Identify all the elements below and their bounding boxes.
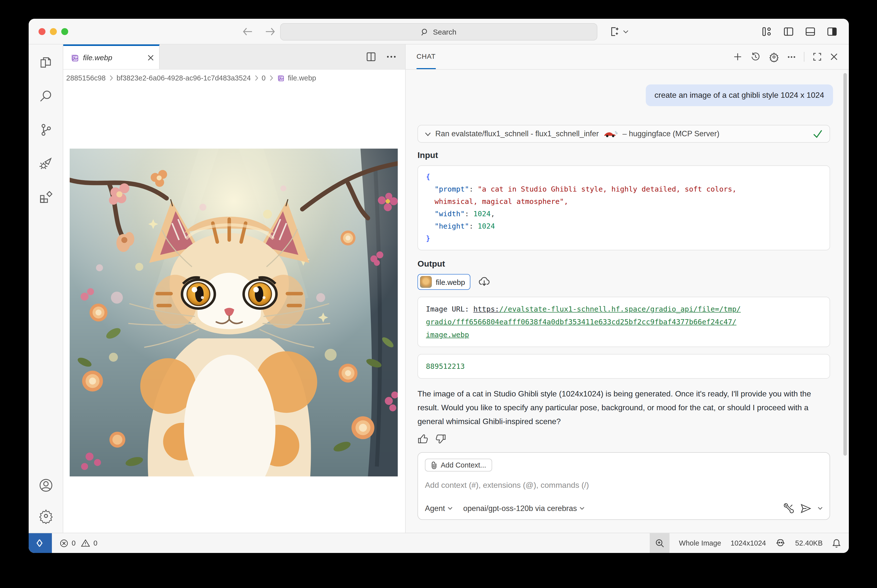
back-arrow-icon[interactable] — [242, 27, 253, 36]
thumbs-down-icon[interactable] — [435, 434, 446, 444]
chevron-down-icon[interactable] — [425, 132, 431, 136]
toggle-secondary-sidebar-icon[interactable] — [826, 26, 838, 37]
vscode-window: Search — [29, 19, 849, 553]
window-controls — [39, 28, 68, 35]
user-message-bubble: create an image of a cat ghibli style 10… — [645, 84, 833, 106]
forward-arrow-icon[interactable] — [265, 27, 276, 36]
racing-car-emoji-icon — [603, 130, 618, 138]
tab-label: file.webp — [83, 53, 112, 62]
search-icon — [421, 28, 429, 36]
account-icon[interactable] — [38, 477, 54, 493]
file-thumbnail — [420, 276, 432, 288]
maximize-panel-icon[interactable] — [813, 52, 822, 61]
image-dimensions-status[interactable]: 1024x1024 — [731, 539, 766, 547]
chat-panel: CHAT create an image of a cat ghibli sty… — [406, 44, 849, 533]
close-panel-icon[interactable] — [830, 53, 838, 61]
code-token — [426, 185, 435, 193]
code-token — [426, 222, 435, 230]
customize-layout-icon[interactable] — [761, 26, 773, 37]
tab-strip: file.webp — [63, 44, 405, 70]
run-debug-icon[interactable] — [38, 156, 53, 171]
breadcrumb-folder[interactable]: 2885156c98 — [66, 74, 106, 82]
close-tab-icon[interactable] — [147, 54, 154, 61]
breadcrumb-file[interactable]: file.webp — [288, 74, 316, 82]
copilot-status-icon[interactable] — [775, 538, 786, 548]
zoom-in-button[interactable] — [650, 533, 669, 553]
add-context-button[interactable]: Add Context... — [425, 459, 492, 471]
code-token: : — [465, 210, 473, 218]
breadcrumb: 2885156c98 bf3823e2-6a06-4928-ac96-1c7d4… — [63, 70, 405, 86]
toggle-panel-icon[interactable] — [804, 26, 816, 37]
image-url-link[interactable]: //evalstate-flux1-schnell.hf.space/gradi… — [499, 305, 741, 313]
chat-settings-gear-icon[interactable] — [769, 52, 779, 62]
warnings-icon — [81, 539, 90, 547]
chevron-down-icon[interactable] — [818, 507, 823, 510]
agent-mode-picker[interactable]: Agent — [425, 504, 452, 513]
image-file-icon — [70, 53, 79, 62]
copilot-sparkle-icon — [609, 26, 621, 37]
warnings-count: 0 — [93, 539, 97, 547]
problems-status[interactable]: 0 0 — [60, 539, 99, 547]
editor-toolbar — [366, 44, 405, 69]
code-token: : — [469, 222, 478, 230]
image-url-link[interactable]: image.webp — [426, 331, 469, 339]
minimize-window-button[interactable] — [50, 28, 57, 35]
copilot-menu-button[interactable] — [609, 26, 629, 37]
chat-scrollbar[interactable] — [843, 73, 847, 456]
send-icon[interactable] — [800, 503, 811, 513]
toggle-primary-sidebar-icon[interactable] — [783, 26, 794, 37]
more-actions-icon[interactable] — [387, 55, 396, 58]
output-file-chip[interactable]: file.webp — [418, 274, 470, 290]
model-label: openai/gpt-oss-120b via cerebras — [463, 504, 577, 513]
code-token: , — [490, 210, 495, 218]
download-icon[interactable] — [478, 276, 490, 287]
code-token — [426, 210, 435, 218]
file-size-status[interactable]: 52.40KB — [795, 539, 823, 547]
settings-gear-icon[interactable] — [38, 508, 54, 524]
chat-input-box[interactable]: Add Context... Add context (#), extensio… — [418, 452, 830, 520]
input-section-heading: Input — [418, 151, 834, 160]
source-control-icon[interactable] — [38, 123, 53, 137]
image-zoom-status[interactable]: Whole Image — [679, 539, 721, 547]
divider — [804, 52, 804, 62]
code-token: "width" — [435, 210, 465, 218]
code-token: : — [469, 185, 478, 193]
remote-indicator[interactable] — [29, 533, 52, 553]
image-preview-editor — [63, 86, 405, 533]
tab-file-webp[interactable]: file.webp — [63, 44, 159, 69]
errors-icon — [60, 539, 68, 547]
chat-header: CHAT — [406, 44, 849, 70]
chat-input-placeholder[interactable]: Add context (#), extensions (@), command… — [425, 481, 823, 490]
new-chat-icon[interactable] — [733, 52, 742, 61]
zoom-window-button[interactable] — [61, 28, 68, 35]
assistant-response: The image of a cat in Studio Ghibli styl… — [418, 387, 834, 429]
tool-call-card[interactable]: Ran evalstate/flux1_schnell - flux1_schn… — [418, 125, 830, 142]
add-context-label: Add Context... — [441, 461, 486, 469]
model-picker[interactable]: openai/gpt-oss-120b via cerebras — [463, 504, 584, 513]
search-sidebar-icon[interactable] — [38, 89, 53, 104]
chat-tab[interactable]: CHAT — [417, 44, 436, 69]
tool-call-server: – huggingface (MCP Server) — [623, 129, 719, 138]
search-input[interactable]: Search — [280, 23, 597, 40]
file-chip-label: file.webp — [436, 278, 465, 286]
chat-more-actions-icon[interactable] — [788, 56, 796, 58]
thumbs-up-icon[interactable] — [418, 434, 429, 444]
chevron-right-icon — [109, 75, 113, 81]
explorer-icon[interactable] — [38, 55, 53, 70]
screen: Search — [0, 0, 877, 588]
chat-history-icon[interactable] — [751, 52, 760, 62]
split-editor-icon[interactable] — [366, 51, 376, 62]
image-url-link[interactable]: gradio/fff6566804eafff0638f4a0dbf353411e… — [426, 318, 736, 326]
image-url-link[interactable]: https: — [473, 305, 499, 313]
tools-icon[interactable] — [784, 503, 794, 513]
image-url-label: Image URL: — [426, 305, 473, 313]
main-area: file.webp 2885156c98 bf3823e2-6a06-4928-… — [29, 44, 849, 533]
breadcrumb-folder[interactable]: bf3823e2-6a06-4928-ac96-1c7d483a3524 — [117, 74, 251, 82]
feedback-row — [418, 434, 834, 444]
close-window-button[interactable] — [39, 28, 45, 35]
extensions-icon[interactable] — [38, 190, 53, 204]
chat-actions — [733, 44, 838, 69]
notifications-bell-icon[interactable] — [832, 538, 841, 548]
chevron-right-icon — [254, 75, 258, 81]
breadcrumb-folder[interactable]: 0 — [262, 74, 266, 82]
